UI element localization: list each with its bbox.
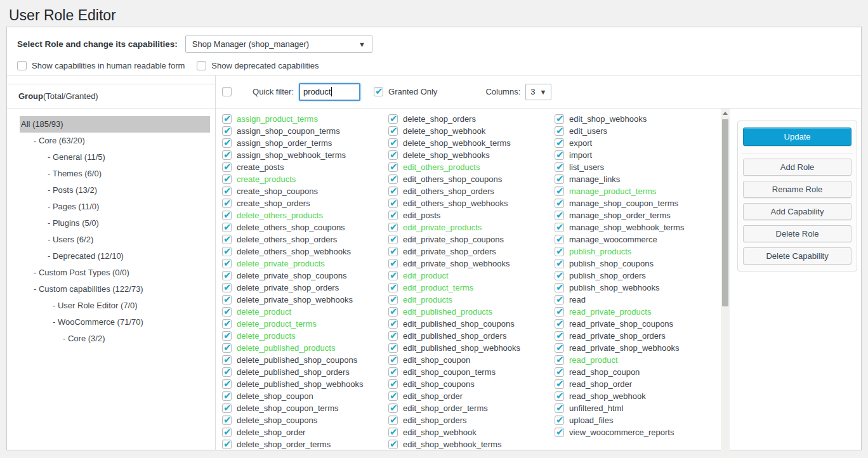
capability-checkbox[interactable] [222, 391, 232, 401]
capability-checkbox[interactable] [222, 440, 232, 449]
columns-select[interactable]: 3 ▼ [525, 84, 551, 100]
capability-checkbox[interactable] [555, 415, 564, 425]
capability-checkbox[interactable] [222, 415, 232, 425]
capability-checkbox[interactable] [388, 162, 398, 172]
capability-checkbox[interactable] [555, 199, 564, 208]
capability-checkbox[interactable] [222, 428, 232, 437]
group-item[interactable]: - Custom Post Types (0/0) [7, 265, 210, 281]
group-item[interactable]: - Users (6/2) [7, 232, 210, 248]
capability-checkbox[interactable] [555, 247, 564, 256]
capability-checkbox[interactable] [555, 391, 564, 401]
capability-checkbox[interactable] [555, 114, 564, 124]
capability-checkbox[interactable] [388, 199, 398, 208]
capability-checkbox[interactable] [388, 379, 398, 389]
capability-checkbox[interactable] [388, 283, 398, 292]
capability-checkbox[interactable] [222, 403, 232, 413]
capability-checkbox[interactable] [388, 319, 398, 329]
capability-checkbox[interactable] [555, 307, 564, 317]
group-item[interactable]: - Themes (6/0) [7, 166, 210, 182]
group-item[interactable]: - Deprecated (12/10) [7, 248, 210, 265]
capability-checkbox[interactable] [388, 271, 398, 280]
add-role-button[interactable]: Add Role [743, 159, 852, 176]
capability-checkbox[interactable] [555, 211, 564, 220]
capability-checkbox[interactable] [555, 126, 564, 136]
group-item[interactable]: - Core (63/20) [7, 133, 210, 149]
capability-checkbox[interactable] [222, 355, 232, 365]
capability-checkbox[interactable] [388, 343, 398, 353]
capability-checkbox[interactable] [388, 211, 398, 220]
capability-checkbox[interactable] [222, 295, 232, 304]
capability-checkbox[interactable] [222, 259, 232, 268]
capability-checkbox[interactable] [388, 428, 398, 437]
capability-checkbox[interactable] [222, 331, 232, 341]
capability-checkbox[interactable] [388, 235, 398, 244]
capability-checkbox[interactable] [555, 283, 564, 292]
capability-checkbox[interactable] [555, 367, 564, 377]
human-readable-checkbox[interactable] [17, 61, 27, 70]
capability-checkbox[interactable] [222, 114, 232, 124]
capability-checkbox[interactable] [388, 186, 398, 196]
capability-checkbox[interactable] [388, 174, 398, 184]
capability-checkbox[interactable] [388, 150, 398, 160]
capability-checkbox[interactable] [222, 126, 232, 136]
update-button[interactable]: Update [743, 128, 852, 146]
capability-checkbox[interactable] [555, 223, 564, 232]
group-item[interactable]: - WooCommerce (71/70) [7, 314, 210, 330]
capability-checkbox[interactable] [555, 379, 564, 389]
capability-checkbox[interactable] [388, 355, 398, 365]
group-item[interactable]: - User Role Editor (7/0) [7, 298, 210, 314]
capability-checkbox[interactable] [555, 186, 564, 196]
capability-checkbox[interactable] [222, 307, 232, 317]
capability-checkbox[interactable] [555, 331, 564, 341]
capability-checkbox[interactable] [388, 114, 398, 124]
capability-checkbox[interactable] [222, 379, 232, 389]
capability-checkbox[interactable] [222, 247, 232, 256]
capability-checkbox[interactable] [555, 174, 564, 184]
capability-checkbox[interactable] [555, 295, 564, 304]
capability-checkbox[interactable] [388, 307, 398, 317]
quick-filter-input[interactable]: product [299, 83, 360, 101]
capability-checkbox[interactable] [388, 415, 398, 425]
capability-checkbox[interactable] [222, 319, 232, 329]
capability-checkbox[interactable] [388, 126, 398, 136]
role-select[interactable]: Shop Manager (shop_manager) ▼ [185, 36, 372, 53]
delete-role-button[interactable]: Delete Role [743, 225, 852, 242]
group-item[interactable]: - Custom capabilities (122/73) [7, 281, 210, 298]
capability-checkbox[interactable] [388, 295, 398, 304]
capability-checkbox[interactable] [555, 319, 564, 329]
group-item[interactable]: - General (11/5) [7, 149, 210, 166]
capability-checkbox[interactable] [555, 355, 564, 365]
capability-checkbox[interactable] [555, 271, 564, 280]
capability-checkbox[interactable] [388, 367, 398, 377]
scrollbar-thumb[interactable] [722, 119, 728, 306]
add-capability-button[interactable]: Add Capability [743, 203, 852, 220]
capability-checkbox[interactable] [555, 150, 564, 160]
capability-checkbox[interactable] [222, 367, 232, 377]
capability-checkbox[interactable] [222, 271, 232, 280]
vertical-scrollbar[interactable] [721, 108, 730, 458]
capability-checkbox[interactable] [222, 138, 232, 148]
capability-checkbox[interactable] [222, 162, 232, 172]
rename-role-button[interactable]: Rename Role [743, 181, 852, 198]
scroll-up-arrow-icon[interactable] [721, 108, 730, 118]
select-all-checkbox[interactable] [222, 87, 232, 96]
capability-checkbox[interactable] [555, 235, 564, 244]
group-item[interactable]: - Core (3/2) [7, 330, 210, 347]
capability-checkbox[interactable] [222, 174, 232, 184]
capability-checkbox[interactable] [222, 186, 232, 196]
capability-checkbox[interactable] [388, 440, 398, 449]
group-item[interactable]: - Plugins (5/0) [7, 215, 210, 232]
group-item[interactable]: - Posts (13/2) [7, 182, 210, 199]
capability-checkbox[interactable] [555, 343, 564, 353]
delete-capability-button[interactable]: Delete Capability [743, 247, 852, 265]
capability-checkbox[interactable] [388, 223, 398, 232]
capability-checkbox[interactable] [222, 199, 232, 208]
group-item[interactable]: - Pages (11/0) [7, 199, 210, 215]
capability-checkbox[interactable] [555, 259, 564, 268]
capability-checkbox[interactable] [555, 162, 564, 172]
deprecated-checkbox[interactable] [197, 61, 206, 70]
capability-checkbox[interactable] [388, 331, 398, 341]
capability-checkbox[interactable] [222, 283, 232, 292]
capability-checkbox[interactable] [222, 235, 232, 244]
capability-checkbox[interactable] [222, 223, 232, 232]
